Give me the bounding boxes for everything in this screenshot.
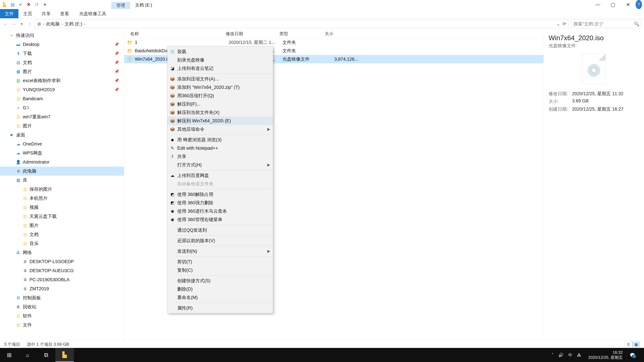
navigation-tree[interactable]: ★快速访问▬Desktop📌⬇下载📌▤文档📌▦图片📌▥excel表格制作求和📌▥… <box>0 29 124 341</box>
tray-overflow-icon[interactable]: ˄ <box>552 353 554 358</box>
minimize-button[interactable]: — <box>590 0 606 9</box>
col-type[interactable]: 类型 <box>280 31 325 37</box>
taskbar-clock[interactable]: 16:32 2020/12/25, 星期五 <box>586 350 625 360</box>
menu-item[interactable]: ✎Edit with Notepad++ <box>168 144 273 152</box>
tree-item[interactable]: 🖥DESKTOP-NJEU3CG <box>0 266 124 275</box>
tree-item[interactable]: 🗑回收站 <box>0 302 124 311</box>
tree-item[interactable]: ⌾G:\ <box>0 103 124 112</box>
qat-save-icon[interactable]: ✔ <box>18 2 24 7</box>
qat-dropdown-icon[interactable]: ▾ <box>42 2 48 7</box>
tree-item[interactable]: ⊞控制面板 <box>0 293 124 302</box>
menu-item[interactable]: 📦用360压缩打开(Q) <box>168 91 273 100</box>
menu-item[interactable]: 属性(R) <box>168 304 273 312</box>
tree-item[interactable]: ▥库 <box>0 176 124 185</box>
nav-recent-button[interactable]: ▾ <box>18 21 25 27</box>
network-icon[interactable]: 🖧 <box>577 353 581 358</box>
menu-item[interactable]: 创建快捷方式(S) <box>168 277 273 285</box>
tree-item[interactable]: 🖥此电脑 <box>0 167 124 176</box>
col-size[interactable]: 大小 <box>325 31 358 37</box>
tab-disc-tools[interactable]: 光盘映像工具 <box>74 9 111 18</box>
menu-item[interactable]: ◩使用 360强力删除 <box>168 199 273 207</box>
view-thumbnails-button[interactable]: ▦ <box>632 342 640 347</box>
menu-item[interactable]: ◪上传到有道云笔记 <box>168 64 273 72</box>
contextual-tab-manage[interactable]: 管理 <box>111 2 130 9</box>
start-button[interactable]: ⊞ <box>0 348 18 362</box>
col-name[interactable]: 名称 <box>127 31 226 37</box>
menu-item[interactable]: 发送到(N)▶ <box>168 247 273 255</box>
tree-item[interactable]: ⬇下载📌 <box>0 49 124 58</box>
context-menu[interactable]: 💿装载刻录光盘映像◪上传到有道云笔记📦添加到压缩文件(A)...📦添加到 "Wi… <box>167 46 273 313</box>
tree-item[interactable]: ★快速访问 <box>0 31 124 40</box>
tree-item[interactable]: ▦图片📌 <box>0 67 124 76</box>
volume-icon[interactable]: 🔊 <box>558 353 564 358</box>
menu-item[interactable]: 📦其他压缩命令▶ <box>168 125 273 133</box>
breadcrumb-bar[interactable]: 🖥 › 此电脑 › 文档 (E:) › ⌄ ⟳ <box>34 20 568 28</box>
tree-item[interactable]: 🖧网络 <box>0 248 124 257</box>
taskbar-search-button[interactable]: ⌕ <box>18 348 37 362</box>
tree-item[interactable]: 🖥ZMT2019 <box>0 284 124 293</box>
tree-item[interactable]: ▥视频 <box>0 203 124 212</box>
search-input[interactable]: 搜索"文档 (E:)" 🔍 <box>571 20 642 28</box>
help-button[interactable]: ? <box>636 0 642 9</box>
crumb-drive[interactable]: 文档 (E:) <box>64 21 82 27</box>
tree-item[interactable]: 🖥PC-20190530OBLA <box>0 275 124 284</box>
menu-item[interactable]: ◉使用 360管理右键菜单 <box>168 215 273 224</box>
tab-view[interactable]: 查看 <box>55 9 74 18</box>
ime-indicator[interactable]: 中 <box>568 352 572 358</box>
address-dropdown-icon[interactable]: ⌄ <box>556 21 560 27</box>
qat-undo-icon[interactable]: ↺ <box>34 2 40 7</box>
file-row[interactable]: 📁12020/12/15, 星期二 1...文件夹 <box>124 38 544 46</box>
menu-item[interactable]: 📦添加到压缩文件(A)... <box>168 75 273 83</box>
tree-item[interactable]: ▥天翼云盘下载 <box>0 212 124 221</box>
col-date[interactable]: 修改日期 <box>226 31 280 37</box>
tree-item[interactable]: ☁WPS网盘 <box>0 148 124 158</box>
tree-item[interactable]: ▥Bandicam <box>0 94 124 103</box>
tree-item[interactable]: ▥图片 <box>0 221 124 230</box>
menu-item[interactable]: 📦解压到当前文件夹(X) <box>168 108 273 117</box>
menu-item[interactable]: ◉使用 360进行木马云查杀 <box>168 207 273 215</box>
menu-item[interactable]: 💿装载 <box>168 47 273 56</box>
menu-item[interactable]: 打开方式(H)▶ <box>168 161 273 169</box>
taskbar[interactable]: ⊞ ⌕ ⧉ ▙ ˄ 🔊 中 🖧 16:32 2020/12/25, 星期五 💬 <box>0 348 644 362</box>
qat-delete-icon[interactable]: ✖ <box>26 2 32 7</box>
tree-item[interactable]: ▥win7重装win7 <box>0 112 124 121</box>
tree-item[interactable]: ☁OneDrive <box>0 139 124 148</box>
tree-item[interactable]: ■桌面 <box>0 130 124 139</box>
tree-item[interactable]: ▥保存的图片 <box>0 185 124 194</box>
menu-item[interactable]: 剪切(T) <box>168 258 273 266</box>
action-center-icon[interactable]: 💬 <box>630 353 635 358</box>
tab-home[interactable]: 主页 <box>18 9 37 18</box>
qat-properties-icon[interactable]: ▤ <box>10 2 16 7</box>
menu-item[interactable]: 重命名(M) <box>168 293 273 302</box>
tree-item[interactable]: ▥excel表格制作求和📌 <box>0 76 124 85</box>
nav-back-button[interactable]: ← <box>2 21 9 27</box>
tree-item[interactable]: ▥软件 <box>0 311 124 321</box>
tree-item[interactable]: ▬Desktop📌 <box>0 40 124 49</box>
tab-share[interactable]: 共享 <box>37 9 55 18</box>
tab-file[interactable]: 文件 <box>0 9 18 18</box>
task-view-button[interactable]: ⧉ <box>37 348 55 362</box>
menu-item[interactable]: 通过QQ发送到 <box>168 226 273 234</box>
menu-item[interactable]: 📦解压到 Win7x64_2020\ (E) <box>168 117 273 125</box>
tree-item[interactable]: ▥YUNQISHI2019📌 <box>0 85 124 94</box>
tree-item[interactable]: ▥本机照片 <box>0 194 124 203</box>
crumb-this-pc[interactable]: 此电脑 <box>46 21 60 27</box>
menu-item[interactable]: ☁上传到百度网盘 <box>168 171 273 180</box>
menu-item[interactable]: 删除(D) <box>168 285 273 293</box>
menu-item[interactable]: 复制(C) <box>168 266 273 274</box>
close-button[interactable]: ✕ <box>620 0 636 9</box>
menu-item[interactable]: 📦添加到 "Win7x64_2020.zip" (T) <box>168 83 273 91</box>
menu-item[interactable]: 📦解压到(F)... <box>168 100 273 108</box>
menu-item[interactable]: ⇪共享 <box>168 152 273 161</box>
tree-item[interactable]: ▥图片 <box>0 121 124 130</box>
tree-item[interactable]: 👤Administrator <box>0 158 124 167</box>
nav-fwd-button[interactable]: → <box>10 21 17 27</box>
tree-item[interactable]: ▥音乐 <box>0 239 124 248</box>
nav-up-button[interactable]: ↑ <box>26 21 33 27</box>
tree-item[interactable]: ▤文档📌 <box>0 58 124 67</box>
tree-item[interactable]: ▥文件 <box>0 321 124 330</box>
maximize-button[interactable]: ▢ <box>606 0 620 9</box>
tree-item[interactable]: ▥文档 <box>0 230 124 239</box>
tree-item[interactable]: 🖥DESKTOP-LSSOEDP <box>0 257 124 266</box>
taskbar-explorer-button[interactable]: ▙ <box>55 348 74 362</box>
